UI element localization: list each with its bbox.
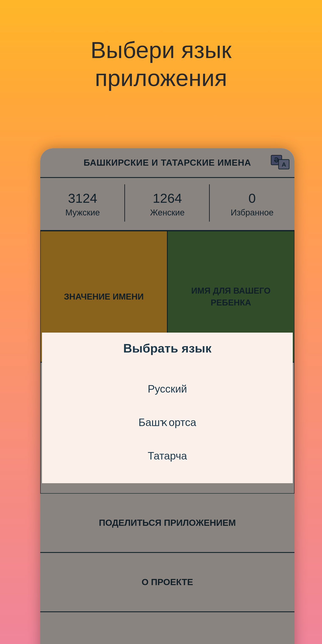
lang-option-russian[interactable]: Русский xyxy=(42,372,293,406)
promo-title-line1: Выбери язык xyxy=(0,36,322,64)
language-dialog: Выбрать язык Русский Башҡортса Татарча xyxy=(42,332,293,483)
promo-title-line2: приложения xyxy=(0,64,322,92)
app-screen: БАШКИРСКИЕ И ТАТАРСКИЕ ИМЕНА Ә А 3124 Му… xyxy=(40,148,294,644)
lang-option-tatar[interactable]: Татарча xyxy=(42,439,293,472)
phone-mockup: БАШКИРСКИЕ И ТАТАРСКИЕ ИМЕНА Ә А 3124 Му… xyxy=(40,148,294,644)
promo-title: Выбери язык приложения xyxy=(0,0,322,92)
lang-option-bashkir[interactable]: Башҡортса xyxy=(42,406,293,439)
dialog-title: Выбрать язык xyxy=(42,341,293,355)
